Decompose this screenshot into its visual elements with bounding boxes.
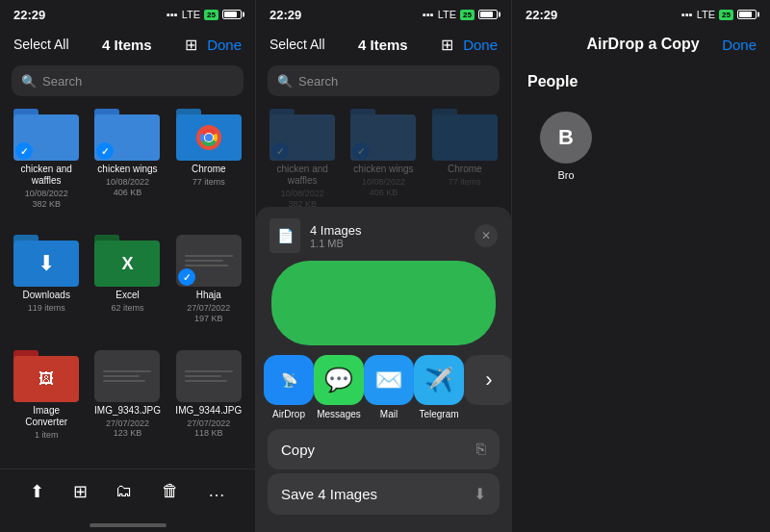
more-apps-item[interactable]: ›: [464, 355, 511, 419]
messages-label: Messages: [317, 409, 361, 419]
panel-files: 22:29 ▪▪▪ LTE 25 Select All 4 Items ⊞ Do…: [0, 0, 256, 532]
grid-view-icon-1[interactable]: ⊞: [185, 36, 197, 54]
mail-label: Mail: [380, 409, 398, 419]
messages-app-button[interactable]: 💬 Messages: [314, 355, 364, 419]
search-bar-2[interactable]: 🔍 Search: [268, 65, 500, 96]
select-all-button-2[interactable]: Select All: [270, 37, 325, 52]
copy-button[interactable]: Copy ⎘: [268, 429, 500, 469]
search-placeholder-2: Search: [298, 74, 338, 89]
share-header: 📄 4 Images 1.1 MB ✕: [256, 207, 511, 261]
file-meta: 27/07/2022123 KB: [106, 418, 149, 440]
list-item[interactable]: IMG_9343.JPG 27/07/2022123 KB: [89, 349, 166, 461]
more-icon[interactable]: …: [208, 481, 225, 501]
share-close-button[interactable]: ✕: [475, 224, 498, 247]
nav-actions-1: ⊞ Done: [185, 36, 242, 54]
file-meta: 119 items: [28, 303, 65, 314]
airdrop-people-list: B Bro: [512, 98, 770, 194]
status-bar-2: 22:29 ▪▪▪ LTE 25: [256, 0, 511, 27]
list-item[interactable]: Chrome 77 items: [170, 108, 247, 230]
folder-icon: [176, 234, 242, 288]
organize-icon[interactable]: 🗂: [116, 481, 133, 501]
battery-icon-1: [222, 10, 242, 19]
folder-icon: [94, 108, 160, 162]
more-apps-icon: ›: [464, 355, 511, 405]
file-name: Image Converter: [13, 405, 80, 428]
delete-icon[interactable]: 🗑: [162, 481, 179, 501]
airdrop-person-name-bro: Bro: [557, 169, 574, 181]
select-all-button-1[interactable]: Select All: [13, 37, 69, 52]
save-images-label: Save 4 Images: [281, 486, 377, 502]
file-name: Hhaja: [196, 290, 221, 301]
svg-point-5: [205, 134, 213, 141]
save-images-icon: ⬇: [474, 485, 486, 503]
status-icons-2: ▪▪▪ LTE 25: [423, 9, 498, 20]
lte-badge-1: 25: [204, 10, 218, 20]
search-bar-1[interactable]: 🔍 Search: [12, 65, 244, 96]
status-bar-1: 22:29 ▪▪▪ LTE 25: [0, 0, 255, 27]
battery-icon-2: [478, 10, 498, 19]
airdrop-done-button[interactable]: Done: [722, 37, 757, 53]
nav-title-1: 4 Items: [102, 37, 152, 53]
folder-icon: [176, 349, 242, 403]
file-grid-1: chicken and waffles 10/08/2022382 KB chi…: [0, 100, 255, 469]
folder-icon: [94, 349, 160, 403]
lte-label-2: LTE: [438, 9, 456, 20]
signal-icon-3: ▪▪▪: [681, 9, 693, 20]
list-item[interactable]: chicken and waffles 10/08/2022382 KB: [8, 108, 85, 230]
done-button-2[interactable]: Done: [463, 37, 498, 53]
grid-view-icon-2[interactable]: ⊞: [441, 36, 453, 54]
telegram-label: Telegram: [419, 409, 458, 419]
folder-icon: 🖼: [13, 349, 79, 403]
list-item[interactable]: Hhaja 27/07/2022197 KB: [170, 234, 247, 344]
signal-icon-2: ▪▪▪: [423, 9, 434, 20]
status-time-1: 22:29: [13, 8, 45, 22]
list-item[interactable]: IMG_9344.JPG 27/07/2022118 KB: [170, 349, 247, 461]
panel-airdrop: 22:29 ▪▪▪ LTE 25 AirDrop a Copy Done Peo…: [512, 0, 770, 532]
airdrop-person-bro[interactable]: B Bro: [527, 102, 604, 190]
list-item[interactable]: X Excel 62 items: [89, 234, 166, 344]
file-meta: 27/07/2022118 KB: [187, 418, 230, 440]
add-folder-icon[interactable]: ⊞: [73, 481, 88, 502]
nav-bar-1: Select All 4 Items ⊞ Done: [0, 27, 255, 62]
signal-icon-1: ▪▪▪: [167, 9, 178, 20]
share-apps-row: 📡 AirDrop 💬 Messages ✉️ Mail ✈️ Telegram…: [256, 345, 511, 425]
airdrop-avatar-bro: B: [540, 112, 592, 164]
airdrop-nav: AirDrop a Copy Done: [512, 27, 770, 62]
file-name: IMG_9344.JPG: [175, 405, 242, 417]
file-meta: 10/08/2022406 KB: [106, 177, 149, 198]
file-meta: 77 items: [192, 177, 225, 188]
home-indicator-1: [0, 519, 255, 532]
status-icons-3: ▪▪▪ LTE 25: [681, 9, 757, 20]
share-file-info: 4 Images 1.1 MB: [310, 223, 465, 249]
airdrop-app-button[interactable]: 📡 AirDrop: [264, 355, 314, 419]
list-item[interactable]: chicken wings 10/08/2022406 KB: [89, 108, 166, 230]
svg-text:📡: 📡: [281, 372, 298, 389]
list-item[interactable]: 🖼 Image Converter 1 item: [8, 349, 85, 461]
file-name: Chrome: [192, 164, 226, 175]
nav-bar-2: Select All 4 Items ⊞ Done: [256, 27, 511, 62]
lte-label-1: LTE: [182, 9, 200, 20]
search-placeholder-1: Search: [42, 74, 82, 89]
file-name: Excel: [116, 290, 139, 301]
share-icon[interactable]: ⬆: [30, 481, 44, 502]
airdrop-icon: 📡: [264, 355, 314, 405]
list-item[interactable]: ⬇ Downloads 119 items: [8, 234, 85, 344]
telegram-icon: ✈️: [414, 355, 464, 405]
telegram-app-button[interactable]: ✈️ Telegram: [414, 355, 464, 419]
folder-icon: X: [94, 234, 160, 288]
share-file-name: 4 Images: [310, 223, 465, 238]
file-name: chicken wings: [97, 164, 157, 175]
done-button-1[interactable]: Done: [207, 37, 242, 53]
mail-app-button[interactable]: ✉️ Mail: [364, 355, 414, 419]
share-file-icon: 📄: [270, 218, 300, 253]
battery-icon-3: [737, 10, 757, 19]
airdrop-label: AirDrop: [272, 409, 305, 419]
panel-files-2: 22:29 ▪▪▪ LTE 25 Select All 4 Items ⊞ Do…: [256, 0, 512, 532]
save-images-button[interactable]: Save 4 Images ⬇: [268, 473, 500, 515]
file-meta: 10/08/2022382 KB: [25, 189, 68, 210]
mail-icon: ✉️: [364, 355, 414, 405]
status-icons-1: ▪▪▪ LTE 25: [167, 9, 242, 20]
status-bar-3: 22:29 ▪▪▪ LTE 25: [512, 0, 770, 27]
check-badge: [178, 268, 195, 286]
share-file-size: 1.1 MB: [310, 238, 465, 249]
